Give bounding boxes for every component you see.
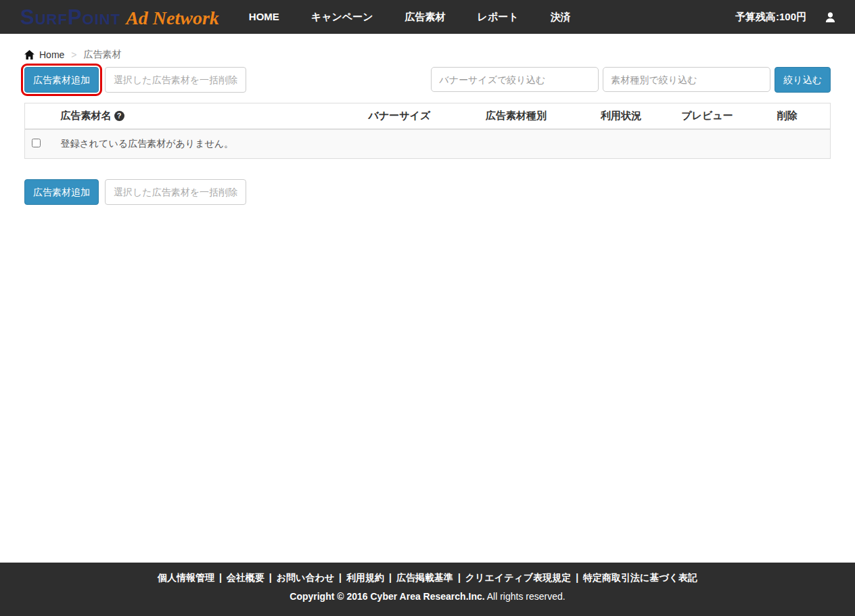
breadcrumb-separator: >: [71, 49, 76, 60]
footer-link-commercial-law[interactable]: 特定商取引法に基づく表記: [583, 572, 697, 583]
brand-logo[interactable]: SurfPoint Ad Network: [20, 7, 219, 28]
header-checkbox-column: [25, 103, 55, 130]
toolbar: 広告素材追加 選択した広告素材を一括削除 絞り込む: [24, 67, 831, 93]
add-material-button[interactable]: 広告素材追加: [24, 67, 99, 93]
header-material-type: 広告素材種別: [461, 103, 572, 130]
bulk-delete-button[interactable]: 選択した広告素材を一括削除: [105, 67, 246, 93]
material-type-filter-input[interactable]: [603, 67, 770, 92]
filter-button[interactable]: 絞り込む: [775, 67, 831, 93]
footer-link-ad-standards[interactable]: 広告掲載基準: [396, 572, 453, 583]
logo-surfpoint-text: SurfPoint: [20, 7, 120, 28]
footer: 個人情報管理|会社概要|お問い合わせ|利用規約|広告掲載基準|クリエイティブ表現…: [0, 563, 855, 616]
nav-item-report[interactable]: レポート: [478, 0, 519, 34]
header-material-name-label: 広告素材名: [61, 110, 112, 121]
toolbar-bottom: 広告素材追加 選択した広告素材を一括削除: [24, 179, 831, 205]
breadcrumb: Home > 広告素材: [24, 48, 831, 61]
nav-item-payment[interactable]: 決済: [551, 0, 571, 34]
row-checkbox-cell: [25, 129, 55, 159]
header-material-name: 広告素材名?: [55, 103, 339, 130]
footer-separator: |: [219, 572, 222, 583]
main-nav: HOME キャンペーン 広告素材 レポート 決済: [249, 0, 571, 34]
footer-separator: |: [389, 572, 392, 583]
ad-materials-table: 広告素材名? バナーサイズ 広告素材種別 利用状況 プレビュー 削除 登録されて…: [24, 103, 831, 159]
banner-size-filter-input[interactable]: [431, 67, 599, 92]
footer-links: 個人情報管理|会社概要|お問い合わせ|利用規約|広告掲載基準|クリエイティブ表現…: [0, 563, 855, 584]
footer-link-company[interactable]: 会社概要: [227, 572, 264, 583]
header-delete: 削除: [745, 103, 831, 130]
logo-ad-network-text: Ad Network: [126, 9, 219, 28]
filter-bar: 絞り込む: [431, 67, 831, 93]
header-preview: プレビュー: [670, 103, 745, 130]
breadcrumb-home-link[interactable]: Home: [39, 49, 64, 60]
footer-separator: |: [269, 572, 272, 583]
footer-link-terms[interactable]: 利用規約: [346, 572, 384, 583]
header-usage-status: 利用状況: [572, 103, 670, 130]
footer-separator: |: [576, 572, 578, 583]
user-icon[interactable]: [825, 11, 836, 23]
empty-table-row: 登録されている広告素材がありません。: [25, 129, 831, 159]
header-banner-size: バナーサイズ: [339, 103, 461, 130]
footer-separator: |: [339, 572, 342, 583]
main-content: Home > 広告素材 広告素材追加 選択した広告素材を一括削除 絞り込む 広告…: [24, 48, 831, 205]
footer-link-privacy[interactable]: 個人情報管理: [158, 572, 214, 583]
footer-link-creative-rules[interactable]: クリエイティブ表現規定: [465, 572, 571, 583]
footer-separator: |: [458, 572, 461, 583]
nav-item-campaign[interactable]: キャンペーン: [311, 0, 373, 34]
copyright: Copyright © 2016 Cyber Area Research.Inc…: [0, 591, 855, 602]
nav-item-home[interactable]: HOME: [249, 0, 279, 34]
toolbar-left: 広告素材追加 選択した広告素材を一括削除: [24, 67, 246, 93]
home-icon: [24, 50, 34, 60]
table-header-row: 広告素材名? バナーサイズ 広告素材種別 利用状況 プレビュー 削除: [25, 103, 831, 130]
breadcrumb-current: 広告素材: [84, 49, 122, 61]
nav-item-ad-material[interactable]: 広告素材: [405, 0, 446, 34]
navbar-right: 予算残高:100円: [735, 11, 836, 24]
bulk-delete-button-bottom[interactable]: 選択した広告素材を一括削除: [105, 179, 246, 205]
add-material-button-bottom[interactable]: 広告素材追加: [24, 179, 99, 205]
top-navbar: SurfPoint Ad Network HOME キャンペーン 広告素材 レポ…: [0, 0, 855, 34]
help-icon[interactable]: ?: [114, 111, 124, 121]
row-checkbox[interactable]: [32, 139, 41, 147]
footer-link-contact[interactable]: お問い合わせ: [277, 572, 334, 583]
copyright-bold: Copyright © 2016 Cyber Area Research.Inc…: [290, 591, 484, 602]
copyright-rest: All rights reserved.: [485, 591, 565, 602]
empty-message: 登録されている広告素材がありません。: [55, 129, 831, 159]
budget-balance-label: 予算残高:100円: [735, 11, 806, 24]
